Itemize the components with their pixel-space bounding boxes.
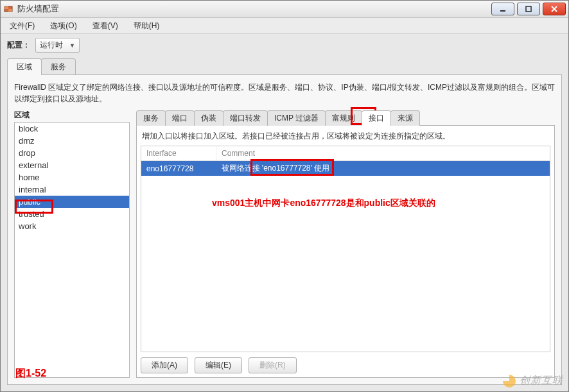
interface-table-wrap: Interface Comment eno16777728 被网络连接 'eno…	[141, 146, 550, 352]
config-select[interactable]: 运行时 ▼	[35, 38, 80, 53]
table-row[interactable]: eno16777728 被网络连接 'eno16777728' 使用	[141, 161, 550, 176]
inner-tab-icmp-filter[interactable]: ICMP 过滤器	[267, 110, 326, 126]
inner-tabs: 服务 端口 伪装 端口转发 ICMP 过滤器 富规则 接口 来源	[136, 110, 555, 126]
zone-item[interactable]: trusted	[15, 208, 129, 220]
chevron-down-icon: ▼	[69, 42, 75, 49]
zone-item[interactable]: external	[15, 159, 129, 171]
zone-item[interactable]: dmz	[15, 135, 129, 147]
config-value: 运行时	[40, 40, 63, 51]
tab-zones[interactable]: 区域	[7, 58, 42, 75]
zone-item[interactable]: work	[15, 220, 129, 232]
zone-list-label: 区域	[14, 110, 130, 121]
zone-item[interactable]: block	[15, 123, 129, 135]
tab-services[interactable]: 服务	[41, 58, 76, 75]
app-icon	[3, 4, 13, 14]
inner-tab-rich-rules[interactable]: 富规则	[325, 110, 362, 126]
cell-comment: 被网络连接 'eno16777728' 使用	[216, 161, 550, 176]
inner-tab-ports[interactable]: 端口	[165, 110, 195, 126]
inner-tab-services[interactable]: 服务	[136, 110, 166, 126]
window-controls	[491, 3, 566, 15]
inner-tab-interfaces[interactable]: 接口	[362, 110, 391, 126]
maximize-button[interactable]	[517, 3, 540, 15]
edit-button[interactable]: 编辑(E)	[195, 357, 242, 373]
interfaces-description: 增加入口以将接口加入区域。若接口已经被连接占用，区域将被设定为连接所指定的区域。	[141, 130, 550, 146]
menu-options[interactable]: 选项(O)	[46, 19, 80, 33]
add-button[interactable]: 添加(A)	[141, 357, 188, 373]
menubar: 文件(F) 选项(O) 查看(V) 帮助(H)	[1, 18, 568, 34]
zones-pane: FirewallD 区域定义了绑定的网络连接、接口以及源地址的可信程度。区域是服…	[7, 74, 562, 385]
menu-view[interactable]: 查看(V)	[89, 19, 122, 33]
firewall-config-window: 防火墙配置 文件(F) 选项(O) 查看(V) 帮助(H) 配置： 运行时 ▼	[0, 0, 569, 392]
inner-tab-masquerade[interactable]: 伪装	[194, 110, 223, 126]
svg-rect-1	[4, 6, 8, 9]
button-row: 添加(A) 编辑(E) 删除(R)	[141, 352, 550, 373]
config-label: 配置：	[7, 40, 30, 51]
minimize-button[interactable]	[491, 3, 514, 15]
cell-interface: eno16777728	[141, 161, 216, 176]
zone-list[interactable]: block dmz drop external home internal pu…	[14, 122, 130, 378]
zone-item[interactable]: home	[15, 171, 129, 183]
col-interface[interactable]: Interface	[141, 146, 216, 161]
zone-item[interactable]: drop	[15, 147, 129, 159]
figure-label: 图1-52	[15, 367, 46, 380]
remove-button[interactable]: 删除(R)	[249, 357, 297, 373]
inner-tab-port-forward[interactable]: 端口转发	[223, 110, 268, 126]
zone-left: 区域 block dmz drop external home internal…	[14, 110, 130, 378]
svg-rect-3	[500, 10, 505, 12]
inner-tab-sources[interactable]: 来源	[390, 110, 420, 126]
col-comment[interactable]: Comment	[216, 146, 550, 161]
zone-item-selected[interactable]: public	[15, 196, 129, 208]
close-button[interactable]	[543, 3, 566, 15]
zone-item[interactable]: internal	[15, 183, 129, 196]
menu-help[interactable]: 帮助(H)	[130, 19, 164, 33]
svg-rect-2	[8, 9, 12, 12]
outer-tabs: 区域 服务	[7, 58, 562, 75]
config-row: 配置： 运行时 ▼	[1, 34, 568, 56]
menu-file[interactable]: 文件(F)	[6, 19, 39, 33]
interface-table: Interface Comment eno16777728 被网络连接 'eno…	[141, 146, 550, 176]
titlebar: 防火墙配置	[1, 1, 568, 18]
interfaces-pane: 增加入口以将接口加入区域。若接口已经被连接占用，区域将被设定为连接所指定的区域。…	[136, 125, 555, 378]
zone-description: FirewallD 区域定义了绑定的网络连接、接口以及源地址的可信程度。区域是服…	[14, 81, 555, 105]
svg-rect-4	[526, 6, 531, 12]
window-title: 防火墙配置	[17, 3, 59, 15]
zone-right: 服务 端口 伪装 端口转发 ICMP 过滤器 富规则 接口 来源 增加入口以将接…	[136, 110, 555, 378]
annotation-text: vms001主机中网卡eno16777728是和public区域关联的	[212, 198, 435, 209]
